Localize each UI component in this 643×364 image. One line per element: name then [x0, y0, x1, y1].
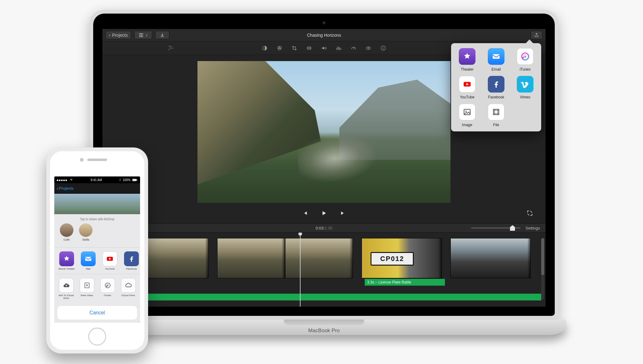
- clip-thumbnail: CP012: [362, 238, 442, 278]
- timeline-scrollbar[interactable]: [541, 238, 544, 300]
- share-mail[interactable]: Mail: [80, 251, 97, 271]
- media-library-button[interactable]: ♪: [134, 31, 152, 39]
- battery-percent: 100%: [122, 178, 131, 182]
- noise-reduction-icon[interactable]: [336, 45, 342, 51]
- next-clip-button[interactable]: [340, 210, 346, 217]
- airdrop-name: Colin: [64, 238, 70, 241]
- image-icon: [459, 104, 475, 120]
- file-icon: [488, 104, 504, 120]
- iphone-screen: 9:41 AM ᛒ 100% ‹ Projects Tap to share w…: [54, 176, 140, 323]
- share-app-label: Facebook: [126, 268, 137, 271]
- playhead[interactable]: [300, 233, 301, 307]
- share-facebook[interactable]: Facebook: [123, 251, 140, 271]
- iphone-nav-bar: ‹ Projects: [54, 183, 140, 194]
- share-vimeo[interactable]: Vimeo: [512, 76, 539, 99]
- avatar-icon: [79, 223, 93, 237]
- svg-point-13: [383, 47, 384, 48]
- avatar-icon: [60, 223, 73, 237]
- speed-icon[interactable]: [351, 45, 357, 51]
- iphone-camera: [80, 158, 84, 162]
- share-youtube[interactable]: YouTube: [101, 251, 118, 271]
- action-save-video[interactable]: Save Video: [79, 278, 95, 300]
- chevron-left-icon: ‹: [109, 33, 110, 37]
- share-file[interactable]: File: [483, 104, 510, 127]
- share-button[interactable]: [531, 31, 542, 39]
- library-icon: [139, 33, 144, 38]
- timeline-settings-button[interactable]: Settings: [525, 226, 540, 230]
- action-label: iCloud Drive: [122, 294, 135, 297]
- preview-viewport[interactable]: [197, 61, 450, 203]
- iphone-top-bezel: [50, 151, 144, 176]
- background-music-track[interactable]: [107, 294, 541, 300]
- action-itunes[interactable]: iTunes: [99, 278, 116, 300]
- share-email[interactable]: Email: [483, 48, 510, 72]
- timeline[interactable]: CP012 3.3s – License Plate Rattl: [102, 233, 546, 307]
- share-itunes[interactable]: iTunes: [512, 48, 539, 72]
- color-correction-icon[interactable]: [276, 45, 283, 51]
- airdrop-section: Tap to share with AirDrop Colin Stella: [54, 214, 140, 248]
- macbook-base: MacBook Pro: [82, 320, 566, 335]
- status-time: 9:41 AM: [91, 178, 102, 182]
- macbook-lid: ‹ Projects ♪ Chasing Horizons: [89, 10, 558, 320]
- fullscreen-button[interactable]: [526, 210, 533, 217]
- stabilization-icon[interactable]: [306, 45, 312, 51]
- share-app-label: YouTube: [105, 268, 114, 271]
- share-imovie-theater[interactable]: iMovie Theater: [58, 251, 75, 271]
- video-clip[interactable]: [450, 238, 531, 278]
- share-facebook[interactable]: Facebook: [483, 76, 510, 99]
- zoom-controls: Settings: [471, 226, 540, 230]
- action-icloud-drive[interactable]: iCloud Drive: [120, 278, 136, 300]
- prev-clip-button[interactable]: [301, 210, 308, 217]
- import-button[interactable]: [155, 31, 169, 39]
- action-label: Add To iCloud Drive: [58, 294, 74, 300]
- music-note-icon: ♪: [146, 33, 148, 37]
- airdrop-hint: Tap to share with AirDrop: [54, 217, 140, 221]
- vimeo-icon: [517, 76, 533, 93]
- theater-icon: [459, 48, 475, 65]
- detached-audio-clip[interactable]: 3.3s – License Plate Rattle: [365, 279, 445, 286]
- airdrop-name: Stella: [82, 238, 89, 241]
- share-popover: Theater Email iTunes YouTube: [451, 43, 541, 131]
- share-item-label: Facebook: [488, 95, 504, 99]
- back-to-projects-button[interactable]: Projects: [59, 186, 73, 191]
- share-theater[interactable]: Theater: [454, 48, 481, 72]
- video-clip[interactable]: CP012: [362, 238, 442, 278]
- facebook-icon: [124, 251, 139, 266]
- airdrop-contact[interactable]: Stella: [79, 223, 93, 241]
- share-item-label: File: [493, 123, 499, 127]
- home-button[interactable]: [88, 328, 106, 345]
- filters-icon[interactable]: [365, 45, 371, 51]
- scrollbar-thumb[interactable]: [541, 238, 544, 275]
- svg-point-11: [368, 47, 370, 49]
- zoom-slider-handle[interactable]: [510, 225, 515, 231]
- mail-icon: [81, 251, 96, 266]
- share-youtube[interactable]: YouTube: [454, 76, 481, 99]
- crop-icon[interactable]: [291, 45, 297, 51]
- svg-rect-21: [493, 109, 499, 115]
- share-icon: [534, 33, 539, 38]
- clip-thumbnail: [451, 238, 530, 278]
- svg-rect-7: [307, 47, 308, 49]
- battery-icon: [132, 179, 138, 181]
- zoom-slider[interactable]: [471, 227, 521, 229]
- share-sheet: Tap to share with AirDrop Colin Stella: [54, 214, 140, 323]
- back-to-projects-button[interactable]: ‹ Projects: [106, 31, 131, 39]
- airdrop-contact[interactable]: Colin: [60, 223, 73, 241]
- project-title: Chasing Horizons: [307, 33, 341, 38]
- color-balance-icon[interactable]: [262, 45, 268, 51]
- macbook-label: MacBook Pro: [308, 328, 340, 334]
- bluetooth-icon: ᛒ: [119, 178, 121, 181]
- svg-rect-8: [311, 47, 311, 49]
- share-image[interactable]: Image: [454, 104, 481, 127]
- share-app-label: iMovie Theater: [59, 268, 75, 271]
- info-icon[interactable]: [380, 45, 386, 51]
- volume-icon[interactable]: [321, 45, 327, 51]
- video-clip[interactable]: [217, 238, 285, 278]
- svg-rect-6: [308, 47, 311, 49]
- action-add-to-icloud[interactable]: Add To iCloud Drive: [58, 278, 74, 300]
- cancel-button[interactable]: Cancel: [57, 306, 137, 320]
- iphone-speaker: [87, 159, 107, 161]
- video-clip[interactable]: [285, 238, 353, 278]
- play-button[interactable]: [321, 210, 327, 217]
- magic-wand-icon[interactable]: [167, 45, 173, 51]
